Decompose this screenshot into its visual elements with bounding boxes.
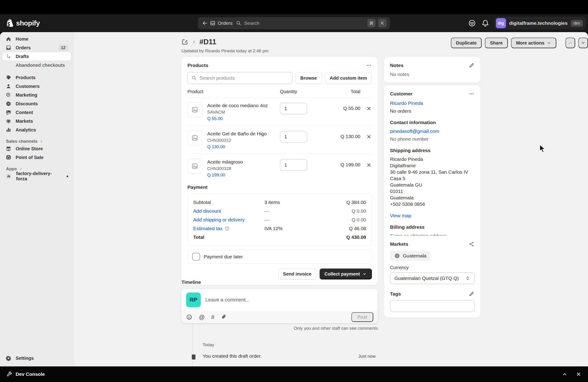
product-name-link[interactable]: Aceite Gel de Baño de Higo bbox=[207, 131, 280, 136]
sidebar-item-label: Online Store bbox=[16, 146, 43, 152]
orders-icon bbox=[5, 45, 11, 51]
dev-console-bar[interactable]: Dev Console bbox=[0, 366, 588, 382]
sidebar-item-app-factory-delivery-forza[interactable]: factory-delivery-forza bbox=[3, 172, 71, 180]
overflow-menu-icon[interactable] bbox=[469, 91, 475, 97]
sidebar-item-content[interactable]: Content bbox=[3, 108, 71, 116]
close-icon[interactable] bbox=[576, 371, 582, 377]
sidebar-item-discounts[interactable]: Discounts bbox=[3, 100, 71, 108]
sales-channels-header[interactable]: Sales channels bbox=[3, 138, 71, 145]
emoji-icon[interactable] bbox=[186, 314, 192, 320]
sidebar-item-point-of-sale[interactable]: Point of Sale bbox=[3, 153, 71, 162]
back-to-orders-button[interactable]: Orders bbox=[198, 17, 237, 29]
attachment-icon[interactable] bbox=[221, 314, 227, 320]
quantity-input[interactable] bbox=[280, 159, 307, 171]
sidebar-item-label: Marketing bbox=[16, 93, 37, 98]
overflow-menu-icon[interactable] bbox=[366, 62, 372, 68]
sidekick-icon[interactable] bbox=[468, 19, 476, 27]
global-search-input[interactable] bbox=[244, 20, 364, 26]
sidebar-item-home[interactable]: Home bbox=[3, 35, 71, 43]
share-button[interactable]: Share bbox=[485, 38, 508, 48]
info-icon[interactable] bbox=[225, 226, 230, 231]
draft-order-icon[interactable] bbox=[181, 38, 188, 45]
product-price-link[interactable]: Q 199.00 bbox=[207, 172, 280, 178]
quantity-input[interactable] bbox=[280, 131, 307, 142]
expand-chevron-up-icon[interactable] bbox=[562, 371, 568, 377]
customer-email-link[interactable]: pinedasoft@gmail.com bbox=[390, 129, 475, 134]
add-discount-link[interactable]: Add discount bbox=[193, 208, 221, 214]
previous-order-button[interactable] bbox=[566, 38, 575, 48]
contact-information-heading: Contact information bbox=[390, 120, 475, 125]
subtotal-value: Q 384.00 bbox=[315, 200, 366, 205]
more-actions-label: More actions bbox=[516, 40, 544, 46]
chevron-up-icon bbox=[568, 40, 573, 45]
line-total: Q 199.00 bbox=[333, 159, 360, 168]
product-price-link[interactable]: Q 130.00 bbox=[207, 144, 280, 149]
currency-select[interactable]: Guatemalan Quetzal (GTQ Q) bbox=[390, 273, 475, 284]
chevron-down-icon bbox=[362, 272, 367, 276]
remove-line-item-icon[interactable] bbox=[366, 134, 372, 140]
point-of-sale-icon bbox=[5, 154, 11, 160]
sidebar-item-label: Analytics bbox=[16, 127, 36, 133]
edit-pencil-icon[interactable] bbox=[469, 291, 475, 297]
market-pill[interactable]: Guatemala bbox=[390, 251, 431, 261]
comment-composer: RP @ # Post bbox=[181, 289, 378, 323]
payment-card-title: Payment bbox=[188, 185, 372, 190]
next-order-button[interactable] bbox=[578, 38, 588, 48]
send-invoice-button[interactable]: Send invoice bbox=[278, 268, 316, 279]
view-map-link[interactable]: View map bbox=[390, 213, 475, 218]
markets-card: Markets Guatemala Currency Guatemalan Qu… bbox=[384, 236, 481, 289]
sidebar-item-label: Home bbox=[16, 37, 28, 42]
remove-line-item-icon[interactable] bbox=[366, 162, 372, 168]
quantity-input[interactable] bbox=[280, 103, 307, 114]
mouse-cursor bbox=[539, 144, 547, 153]
column-total: Total bbox=[333, 89, 360, 94]
sidebar-item-orders[interactable]: Orders 12 bbox=[3, 44, 71, 52]
product-search-input[interactable] bbox=[200, 75, 289, 81]
sidebar-item-customers[interactable]: Customers bbox=[3, 82, 71, 90]
post-button[interactable]: Post bbox=[351, 312, 373, 322]
notifications-bell-icon[interactable] bbox=[481, 19, 489, 27]
analytics-icon bbox=[5, 127, 11, 133]
estimated-tax-link[interactable]: Estimated tax bbox=[193, 226, 222, 231]
product-name-link[interactable]: Aceite milagroso bbox=[207, 159, 280, 165]
sidebar-item-abandoned-checkouts[interactable]: Abandoned checkouts bbox=[3, 61, 71, 69]
collect-payment-button[interactable]: Collect payment bbox=[319, 268, 372, 279]
more-actions-button[interactable]: More actions bbox=[511, 38, 556, 48]
comment-input[interactable] bbox=[205, 297, 373, 303]
sidebar-item-settings[interactable]: Settings bbox=[3, 354, 71, 362]
sidebar-item-drafts[interactable]: Drafts bbox=[3, 52, 71, 60]
edit-pencil-icon[interactable] bbox=[469, 62, 475, 68]
duplicate-button[interactable]: Duplicate bbox=[451, 38, 482, 48]
browse-button[interactable]: Browse bbox=[296, 72, 322, 84]
product-search-field[interactable] bbox=[188, 72, 292, 84]
product-sku: CHN300328 bbox=[207, 166, 280, 171]
sidebar-item-markets[interactable]: Markets bbox=[3, 117, 71, 125]
env-badge: dev bbox=[571, 20, 583, 27]
product-sku: SAVACM bbox=[207, 110, 280, 115]
remove-line-item-icon[interactable] bbox=[366, 106, 372, 112]
composer-toolbar: @ # Post bbox=[181, 311, 378, 323]
image-placeholder-icon bbox=[191, 163, 198, 170]
sales-channels-label: Sales channels bbox=[6, 139, 38, 144]
store-menu[interactable]: dig digitalframe.technologies dev bbox=[495, 17, 586, 30]
add-shipping-link[interactable]: Add shipping or delivery bbox=[193, 217, 245, 223]
global-search[interactable]: ⌘ K bbox=[232, 17, 390, 29]
product-price-link[interactable]: Q 55.00 bbox=[207, 116, 280, 121]
customer-name-link[interactable]: Ricardo Pineda bbox=[390, 100, 475, 106]
sidebar-item-online-store[interactable]: Online Store bbox=[3, 145, 71, 153]
tags-input[interactable] bbox=[390, 300, 475, 312]
sidebar-item-analytics[interactable]: Analytics bbox=[3, 126, 71, 134]
sidebar-item-products[interactable]: Products bbox=[3, 74, 71, 82]
share-nodes-icon[interactable] bbox=[469, 241, 475, 247]
sidebar-item-marketing[interactable]: Marketing bbox=[3, 91, 71, 99]
hashtag-icon[interactable]: # bbox=[211, 314, 214, 321]
page-title: #D11 bbox=[199, 38, 216, 46]
add-custom-item-button[interactable]: Add custom item bbox=[325, 72, 372, 84]
payment-due-later-checkbox[interactable] bbox=[192, 253, 200, 261]
arrow-left-icon bbox=[202, 20, 208, 26]
product-name-link[interactable]: Aceite de coco mediano 4oz bbox=[207, 103, 280, 108]
search-icon bbox=[236, 20, 241, 26]
mention-icon[interactable]: @ bbox=[199, 314, 205, 321]
shopify-logo[interactable]: shopify bbox=[6, 19, 40, 28]
sidebar-item-label: Point of Sale bbox=[16, 155, 43, 160]
